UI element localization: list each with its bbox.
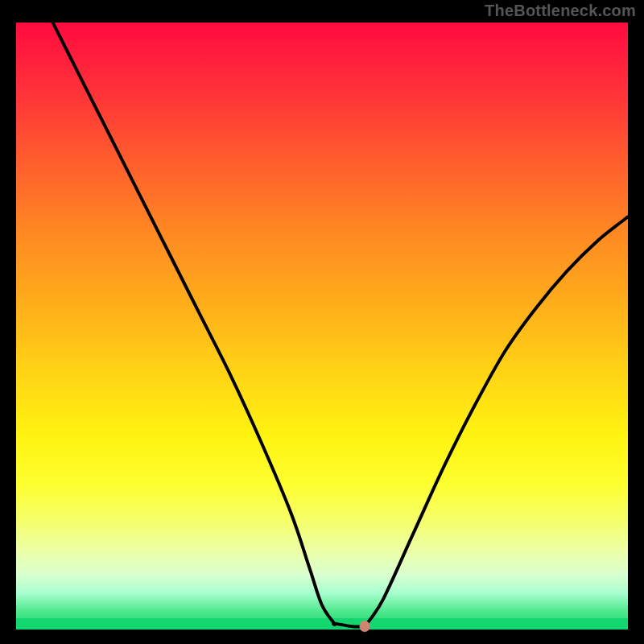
- optimum-marker: [360, 621, 370, 632]
- chart-frame: TheBottleneck.com: [0, 0, 644, 644]
- watermark-text: TheBottleneck.com: [485, 2, 636, 20]
- bottleneck-curve: [16, 23, 628, 630]
